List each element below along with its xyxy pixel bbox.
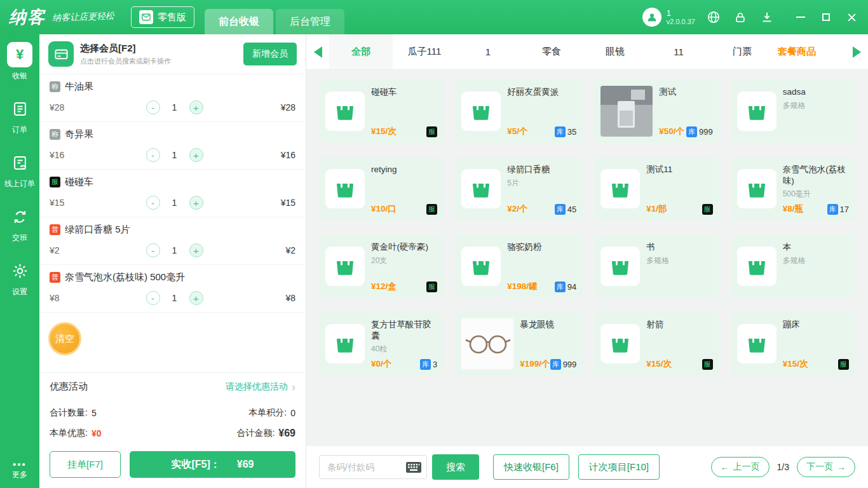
sidebar-item-shift[interactable]: 交班 — [7, 204, 32, 243]
qty-minus-button[interactable]: - — [146, 196, 160, 210]
product-card[interactable]: 绿箭口香糖 5片 ¥2/个 库 45 — [455, 157, 583, 220]
product-card[interactable]: 书 多规格 — [594, 234, 719, 298]
product-card[interactable]: 碰碰车 ¥15/次 服 — [319, 79, 444, 143]
product-card[interactable]: 测试 ¥50/个 库 999 — [594, 79, 719, 143]
product-card[interactable]: 骆驼奶粉 ¥198/罐 库 94 — [455, 234, 583, 298]
member-subtitle: 点击进行会员搜索或刷卡操作 — [80, 57, 171, 66]
qty-plus-button[interactable]: + — [189, 291, 203, 305]
tab-back-office[interactable]: 后台管理 — [276, 9, 344, 34]
hold-order-button[interactable]: 挂单[F7] — [50, 451, 121, 478]
search-button[interactable]: 搜索 — [432, 454, 479, 480]
shopping-bag-icon — [325, 169, 365, 208]
product-card[interactable]: 复方甘草酸苷胶囊 40粒 ¥0/个 库 3 — [319, 312, 444, 376]
stock-badge: 库 999 — [686, 126, 713, 137]
minimize-button[interactable] — [789, 8, 812, 27]
shopping-bag-icon — [737, 92, 776, 131]
maximize-button[interactable] — [815, 8, 837, 27]
cart-item: 称 牛油果 ¥28 - 1 + ¥28 — [39, 74, 306, 122]
category-tab[interactable]: 11 — [647, 34, 710, 69]
sidebar-item-orders[interactable]: 订单 — [7, 96, 32, 135]
cart-item-name: 绿箭口香糖 5片 — [65, 224, 130, 236]
product-card[interactable]: 射箭 ¥15/次 服 — [594, 312, 719, 376]
stock-icon: 库 — [686, 126, 697, 137]
category-tab-all[interactable]: 全部 — [329, 34, 393, 69]
shopping-bag-icon — [325, 247, 365, 286]
qty-minus-button[interactable]: - — [146, 148, 160, 162]
sidebar-item-settings[interactable]: 设置 — [7, 258, 32, 297]
close-button[interactable] — [840, 8, 863, 27]
qty-minus-button[interactable]: - — [146, 291, 160, 305]
category-tab[interactable]: 零食 — [520, 34, 583, 69]
tab-front-cashier[interactable]: 前台收银 — [205, 9, 273, 34]
cart-item-total: ¥2 — [255, 245, 295, 255]
product-card[interactable]: 奈雪气泡水(荔枝味) 500毫升 ¥8/瓶 库 17 — [731, 157, 855, 220]
points-value: 0 — [290, 408, 295, 418]
clear-cart-button[interactable]: 清空 — [48, 322, 81, 355]
barcode-input[interactable] — [326, 461, 402, 473]
shopping-bag-icon — [461, 169, 501, 208]
download-icon[interactable] — [759, 9, 775, 25]
edition-badge-button[interactable]: 零售版 — [131, 6, 194, 28]
promo-select[interactable]: 请选择优惠活动 › — [226, 381, 295, 393]
category-tab[interactable]: 门票 — [710, 34, 774, 69]
prev-page-button[interactable]: ← 上一页 — [711, 457, 770, 477]
lock-icon[interactable] — [732, 9, 749, 25]
arrow-right-icon: → — [837, 462, 846, 472]
product-name: 碰碰车 — [371, 86, 437, 98]
qty-minus-button[interactable]: - — [146, 243, 160, 257]
add-member-button[interactable]: 新增会员 — [243, 43, 297, 65]
globe-icon[interactable] — [705, 9, 722, 25]
product-price: ¥15/次 — [783, 358, 808, 370]
category-tab[interactable]: 1 — [456, 34, 520, 69]
product-card[interactable]: 本 多规格 — [731, 234, 855, 298]
qty-plus-button[interactable]: + — [189, 148, 203, 162]
product-name: 蹦床 — [783, 319, 849, 330]
category-scroll-left-button[interactable] — [306, 34, 329, 69]
category-tab-combo[interactable]: 套餐商品 — [774, 34, 820, 69]
category-tab[interactable]: 瓜子111 — [393, 34, 456, 69]
cart-panel: 选择会员[F2] 点击进行会员搜索或刷卡操作 新增会员 称 牛油果 ¥28 - … — [39, 34, 306, 488]
avatar[interactable] — [642, 8, 661, 27]
cart-footer: 挂单[F7] 实收[F5]： ¥69 — [39, 445, 306, 488]
product-spec: 多规格 — [783, 100, 849, 111]
product-spec: 多规格 — [783, 255, 849, 266]
stock-count: 999 — [563, 360, 577, 369]
qty-plus-button[interactable]: + — [189, 196, 203, 210]
product-card[interactable]: 黄金叶(硬帝豪) 20支 ¥12/盒 服 — [319, 234, 444, 298]
category-scroll-right-button[interactable] — [845, 34, 868, 69]
sidebar-item-online-orders[interactable]: 线上订单 — [4, 150, 35, 189]
checkout-button[interactable]: 实收[F5]： ¥69 — [130, 451, 295, 478]
qty-plus-button[interactable]: + — [189, 100, 203, 114]
bottom-bar: 搜索 快速收银[F6] 计次项目[F10] ← 上一页 1/3 下一页 → — [306, 446, 868, 488]
cart-item: 称 奇异果 ¥16 - 1 + ¥16 — [39, 122, 306, 170]
stock-badge: 库 45 — [555, 204, 576, 215]
stock-count: 17 — [840, 205, 849, 214]
next-page-button[interactable]: 下一页 → — [797, 457, 855, 477]
product-card[interactable]: 蹦床 ¥15/次 服 — [731, 312, 855, 376]
stock-count: 999 — [699, 127, 713, 137]
qty-minus-button[interactable]: - — [146, 100, 160, 114]
cart-summary: 合计数量: 5 本单积分: 0 本单优惠: ¥0 合计金额: ¥69 — [39, 400, 306, 445]
grand-total-label: 合计金额: — [236, 428, 275, 439]
product-name: 绿箭口香糖 — [507, 164, 576, 175]
count-item-button[interactable]: 计次项目[F10] — [578, 454, 660, 480]
member-section[interactable]: 选择会员[F2] 点击进行会员搜索或刷卡操作 新增会员 — [39, 34, 306, 74]
category-tab[interactable]: 眼镜 — [583, 34, 647, 69]
app-logo: 纳客 — [9, 6, 46, 29]
stock-badge: 库 94 — [555, 281, 576, 292]
product-price: ¥198/罐 — [507, 281, 537, 292]
product-card[interactable]: retying ¥10/口 服 — [319, 157, 444, 220]
qty-plus-button[interactable]: + — [189, 243, 203, 257]
product-card[interactable]: 好丽友蛋黄派 ¥5/个 库 35 — [455, 79, 583, 143]
product-card[interactable]: 暴龙眼镜 ¥199/个 库 999 — [455, 312, 583, 376]
sidebar-item-cashier[interactable]: ¥ 收银 — [7, 42, 32, 81]
promo-label: 优惠活动 — [50, 381, 88, 393]
stock-badge: 库 3 — [420, 359, 437, 370]
member-card-icon — [48, 41, 74, 67]
keyboard-icon[interactable] — [406, 462, 421, 473]
product-card[interactable]: sadsa 多规格 — [731, 79, 855, 143]
product-card[interactable]: 测试11 ¥1/部 服 — [594, 157, 719, 220]
service-badge: 服 — [426, 126, 437, 137]
quick-cashier-button[interactable]: 快速收银[F6] — [493, 454, 569, 480]
sidebar-item-more[interactable]: ••• 更多 — [12, 459, 27, 480]
